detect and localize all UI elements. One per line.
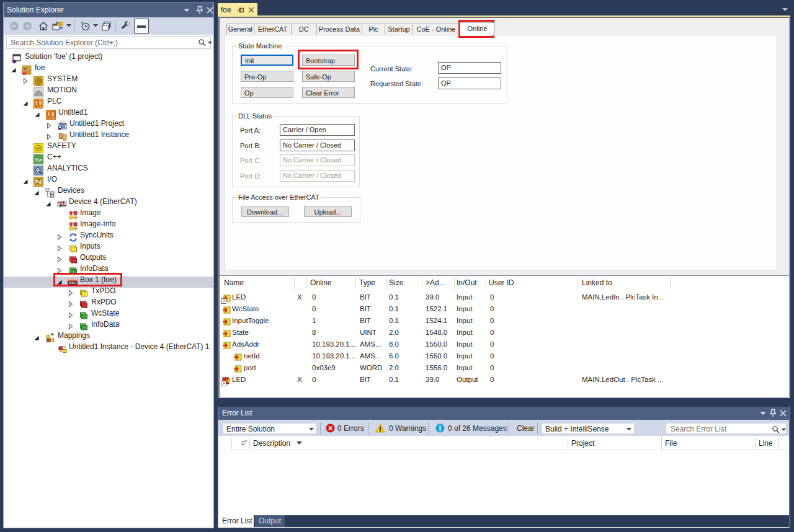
svg-text:%: % bbox=[35, 157, 40, 163]
svg-text:PLC: PLC bbox=[60, 121, 66, 124]
